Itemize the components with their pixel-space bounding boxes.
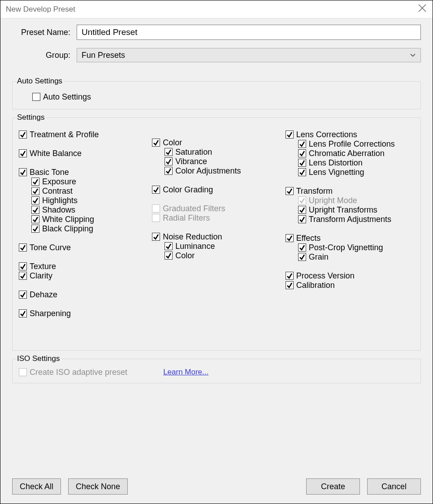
checkbox-label-treatment-profile: Treatment & Profile xyxy=(30,130,99,139)
checkbox-effects[interactable]: Effects xyxy=(286,234,414,242)
checkbox-luminance[interactable]: Luminance xyxy=(165,242,281,250)
checkbox-color-adjustments[interactable]: Color Adjustments xyxy=(165,167,281,175)
checkbox-label-sharpening: Sharpening xyxy=(30,309,71,317)
iso-adaptive-checkbox-label: Create ISO adaptive preset xyxy=(30,368,127,376)
checkbox-black-clipping[interactable]: Black Clipping xyxy=(31,225,147,233)
checkbox-texture[interactable]: Texture xyxy=(19,262,147,270)
dialog-window: New Develop Preset Preset Name: Group: F… xyxy=(0,0,433,504)
checkbox-lens-corrections[interactable]: Lens Corrections xyxy=(286,130,414,139)
settings-column-2: ColorSaturationVibranceColor Adjustments… xyxy=(152,129,281,319)
checkbox-label-luminance: Luminance xyxy=(175,242,215,250)
checkbox-label-grain: Grain xyxy=(309,253,329,261)
checkbox-label-white-balance: White Balance xyxy=(30,149,82,157)
checkbox-grain[interactable]: Grain xyxy=(298,253,414,261)
checkbox-vibrance[interactable]: Vibrance xyxy=(165,157,281,165)
checkbox-upright-mode: Upright Mode xyxy=(298,196,414,204)
check-none-button[interactable]: Check None xyxy=(68,478,128,495)
auto-settings-checkbox-label: Auto Settings xyxy=(43,93,91,101)
checkbox-label-calibration: Calibration xyxy=(296,281,335,289)
learn-more-link[interactable]: Learn More... xyxy=(163,368,208,377)
checkbox-label-clarity: Clarity xyxy=(30,272,52,280)
checkbox-dehaze[interactable]: Dehaze xyxy=(19,291,147,299)
settings-group: Settings Treatment & ProfileWhite Balanc… xyxy=(12,113,421,351)
checkbox-label-chromatic-aberration: Chromatic Aberration xyxy=(309,149,385,157)
preset-name-row: Preset Name: xyxy=(12,25,421,40)
cancel-button[interactable]: Cancel xyxy=(367,478,421,495)
preset-name-label: Preset Name: xyxy=(12,28,70,37)
checkbox-label-lens-profile-corrections: Lens Profile Corrections xyxy=(309,140,395,148)
checkbox-tone-curve[interactable]: Tone Curve xyxy=(19,243,147,252)
checkbox-basic-tone[interactable]: Basic Tone xyxy=(19,168,147,176)
checkbox-contrast[interactable]: Contrast xyxy=(31,187,147,195)
checkbox-saturation[interactable]: Saturation xyxy=(165,148,281,156)
group-label: Group: xyxy=(12,51,70,60)
checkbox-process-version[interactable]: Process Version xyxy=(286,272,414,280)
settings-column-1: Treatment & ProfileWhite BalanceBasic To… xyxy=(19,129,147,319)
checkbox-label-radial-filters: Radial Filters xyxy=(163,214,210,222)
checkbox-label-post-crop-vignetting: Post-Crop Vignetting xyxy=(309,243,383,252)
checkbox-label-effects: Effects xyxy=(296,234,321,242)
checkbox-treatment-profile[interactable]: Treatment & Profile xyxy=(19,130,147,139)
group-select[interactable]: Fun Presets xyxy=(77,48,421,62)
titlebar: New Develop Preset xyxy=(0,0,433,18)
checkbox-label-basic-tone: Basic Tone xyxy=(30,168,69,176)
checkbox-label-black-clipping: Black Clipping xyxy=(42,225,93,233)
checkbox-label-dehaze: Dehaze xyxy=(30,291,57,299)
checkbox-chromatic-aberration[interactable]: Chromatic Aberration xyxy=(298,149,414,157)
checkbox-label-color-grading: Color Grading xyxy=(163,186,213,194)
checkbox-label-shadows: Shadows xyxy=(42,206,75,214)
checkbox-exposure[interactable]: Exposure xyxy=(31,178,147,186)
checkbox-lens-profile-corrections[interactable]: Lens Profile Corrections xyxy=(298,140,414,148)
preset-name-input[interactable] xyxy=(77,25,421,40)
checkbox-lens-distortion[interactable]: Lens Distortion xyxy=(298,159,414,167)
checkbox-label-upright-mode: Upright Mode xyxy=(309,196,357,204)
auto-settings-checkbox[interactable]: Auto Settings xyxy=(32,93,414,101)
checkbox-white-clipping[interactable]: White Clipping xyxy=(31,215,147,223)
footer: Check All Check None Create Cancel xyxy=(0,470,433,504)
checkbox-transform-adjustments[interactable]: Transform Adjustments xyxy=(298,215,414,223)
checkbox-calibration[interactable]: Calibration xyxy=(286,281,414,289)
check-all-button[interactable]: Check All xyxy=(12,478,61,495)
checkbox-transform[interactable]: Transform xyxy=(286,187,414,195)
checkbox-clarity[interactable]: Clarity xyxy=(19,272,147,280)
checkbox-label-color: Color xyxy=(163,139,182,147)
checkbox-white-balance[interactable]: White Balance xyxy=(19,149,147,157)
checkbox-label-graduated-filters: Graduated Filters xyxy=(163,204,225,213)
auto-settings-group: Auto Settings Auto Settings xyxy=(12,77,421,109)
checkbox-sharpening[interactable]: Sharpening xyxy=(19,309,147,317)
create-button[interactable]: Create xyxy=(306,478,360,495)
group-row: Group: Fun Presets xyxy=(12,48,421,62)
settings-column-3: Lens CorrectionsLens Profile Corrections… xyxy=(286,129,414,319)
checkbox-label-lens-distortion: Lens Distortion xyxy=(309,159,363,167)
checkbox-label-lens-vignetting: Lens Vignetting xyxy=(309,168,364,176)
checkbox-label-upright-transforms: Upright Transforms xyxy=(309,206,377,214)
checkbox-label-saturation: Saturation xyxy=(175,148,212,156)
close-icon xyxy=(418,4,426,12)
checkbox-noise-reduction[interactable]: Noise Reduction xyxy=(152,233,281,241)
checkbox-color-grading[interactable]: Color Grading xyxy=(152,186,281,194)
checkbox-color[interactable]: Color xyxy=(165,252,281,260)
close-button[interactable] xyxy=(418,4,426,14)
checkbox-lens-vignetting[interactable]: Lens Vignetting xyxy=(298,168,414,176)
group-select-value: Fun Presets xyxy=(77,48,421,62)
checkbox-label-transform-adjustments: Transform Adjustments xyxy=(309,215,391,223)
settings-legend: Settings xyxy=(17,113,46,122)
checkbox-graduated-filters: Graduated Filters xyxy=(152,204,281,213)
checkbox-label-texture: Texture xyxy=(30,262,56,270)
checkbox-label-highlights: Highlights xyxy=(42,196,78,204)
checkbox-label-noise-reduction: Noise Reduction xyxy=(163,233,222,241)
checkbox-post-crop-vignetting[interactable]: Post-Crop Vignetting xyxy=(298,243,414,252)
checkbox-label-exposure: Exposure xyxy=(42,178,76,186)
checkbox-color[interactable]: Color xyxy=(152,139,281,147)
iso-settings-legend: ISO Settings xyxy=(17,354,61,363)
checkbox-label-process-version: Process Version xyxy=(296,272,355,280)
checkbox-label-lens-corrections: Lens Corrections xyxy=(296,130,357,139)
checkbox-label-color-adjustments: Color Adjustments xyxy=(175,167,241,175)
checkbox-radial-filters: Radial Filters xyxy=(152,214,281,222)
checkbox-label-contrast: Contrast xyxy=(42,187,73,195)
checkbox-highlights[interactable]: Highlights xyxy=(31,196,147,204)
checkbox-label-vibrance: Vibrance xyxy=(175,157,207,165)
checkbox-shadows[interactable]: Shadows xyxy=(31,206,147,214)
checkbox-upright-transforms[interactable]: Upright Transforms xyxy=(298,206,414,214)
iso-adaptive-checkbox: Create ISO adaptive preset xyxy=(19,368,127,376)
